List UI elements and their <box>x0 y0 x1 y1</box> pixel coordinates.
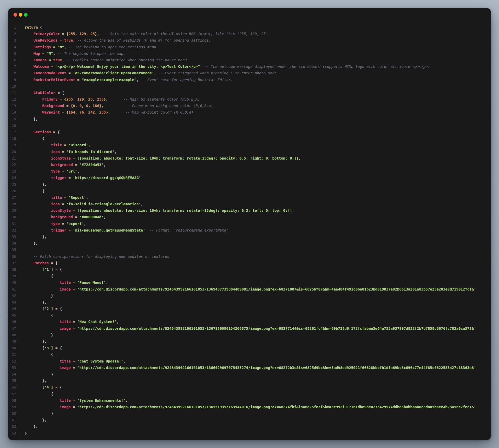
code-text: Settings = "N", -- The keybind to open t… <box>16 44 158 50</box>
code-line: 23 type = 'url', <box>8 168 491 175</box>
code-text: background = '#7289da53', <box>16 162 106 168</box>
code-line: 52 title = 'Chat System Update!', <box>8 358 491 365</box>
line-number: 22 <box>8 162 16 168</box>
code-line: 12 Primary = {255, 129, 25, 255}, -- Mai… <box>8 96 491 103</box>
code-line: 22 background = '#7289da53', <box>8 162 491 168</box>
code-line: 48 } <box>8 332 491 338</box>
line-number: 27 <box>8 194 16 201</box>
minimize-button[interactable] <box>19 13 22 17</box>
code-line: 1return { <box>8 24 491 31</box>
code-line: 19 title = 'Discord', <box>8 142 491 148</box>
code-line: 33 }, <box>8 234 491 240</box>
code-text: { <box>16 312 53 319</box>
code-text: CameraModeEvent = 'a5-cameramode:client:… <box>16 70 279 76</box>
code-text: image = 'https://cdn.discordapp.com/atta… <box>16 325 476 332</box>
code-line: 21 iconStyle = [[position: absolute; fon… <box>8 155 491 162</box>
code-line: 47 image = 'https://cdn.discordapp.com/a… <box>8 325 491 332</box>
line-number: 37 <box>8 260 16 266</box>
code-line: 2 PrimaryColor = {255, 129, 25}, -- Sets… <box>8 31 491 37</box>
line-number: 3 <box>8 37 16 44</box>
code-line: 34 }, <box>8 240 491 247</box>
line-number: 35 <box>8 247 16 253</box>
code-line: 5 Map = "M", -- The keybind to open the … <box>8 50 491 57</box>
line-number: 32 <box>8 227 16 234</box>
code-line: 15 }, <box>8 116 491 122</box>
line-number: 58 <box>8 397 16 404</box>
code-text: type = 'url', <box>16 168 80 175</box>
code-line: 31 type = 'export', <box>8 221 491 227</box>
code-line: 3 UseKeybinds = true, -- Allows the use … <box>8 37 491 44</box>
code-line: 28 icon = 'fa-solid fa-triangle-exclamat… <box>8 201 491 207</box>
code-text: } <box>16 293 53 299</box>
line-number: 11 <box>8 90 16 96</box>
code-text: return { <box>16 24 42 31</box>
line-number: 33 <box>8 234 16 240</box>
code-line: 45 { <box>8 312 491 319</box>
line-number: 55 <box>8 378 16 384</box>
line-number: 57 <box>8 391 16 397</box>
code-text: }, <box>16 240 38 247</box>
line-number: 13 <box>8 103 16 109</box>
code-line: 58 title = 'System Enhancements!', <box>8 397 491 404</box>
code-line: 36 -- Patch configurations for displayin… <box>8 253 491 260</box>
code-line: 29 iconStyle = [[position: absolute; fon… <box>8 207 491 214</box>
code-line: 11 GtaUiColor = { <box>8 90 491 96</box>
code-text: }, <box>16 299 47 306</box>
code-text: }, <box>16 423 38 430</box>
code-line: 32 trigger = 'nil-pausemenu.getPauseMenu… <box>8 227 491 234</box>
code-text: { <box>16 273 53 279</box>
code-line: 49 }, <box>8 338 491 345</box>
line-number: 38 <box>8 266 16 273</box>
code-text: icon = 'fa-solid fa-triangle-exclamation… <box>16 201 143 207</box>
code-line: 39 { <box>8 273 491 279</box>
code-line: 43 }, <box>8 299 491 306</box>
close-button[interactable] <box>14 13 17 17</box>
line-number: 7 <box>8 63 16 70</box>
line-number: 8 <box>8 70 16 76</box>
code-line: 35 <box>8 247 491 253</box>
code-text: Patches = { <box>16 260 57 266</box>
code-line: 56 ['4'] = { <box>8 384 491 391</box>
code-text: Camera = true, -- Enables camera animati… <box>16 57 189 63</box>
line-number: 63 <box>8 430 16 437</box>
code-text: } <box>16 371 53 378</box>
line-number: 23 <box>8 168 16 175</box>
code-text: }, <box>16 417 47 423</box>
code-text: } <box>16 410 53 417</box>
line-number: 44 <box>8 306 16 312</box>
code-line: 50 ['3'] = { <box>8 345 491 351</box>
code-line: 53 image = 'https://cdn.discordapp.com/a… <box>8 365 491 371</box>
code-line: 62 }, <box>8 423 491 430</box>
code-line: 38 ['1'] = { <box>8 266 491 273</box>
code-text: -- Patch configurations for displaying n… <box>16 253 169 260</box>
code-text: Primary = {255, 129, 25, 255}, -- Main U… <box>16 96 200 103</box>
code-text: }, <box>16 116 38 122</box>
code-line: 37 Patches = { <box>8 260 491 266</box>
line-number: 53 <box>8 365 16 371</box>
code-text: RockstarEditorEvent = "example:example:e… <box>16 77 233 83</box>
code-text: Background = {0, 0, 0, 186}, -- Pause me… <box>16 103 213 109</box>
code-line: 54 } <box>8 371 491 378</box>
code-text: title = 'New Chat System!', <box>16 319 119 325</box>
code-text: { <box>16 391 53 397</box>
code-line: 16 <box>8 122 491 129</box>
line-number: 50 <box>8 345 16 351</box>
code-line: 46 title = 'New Chat System!', <box>8 319 491 325</box>
code-text: trigger = 'https://discord.gg/qGQNRFMAAG… <box>16 175 141 181</box>
code-line: 57 { <box>8 391 491 397</box>
code-line: 60 } <box>8 410 491 417</box>
code-text: Waypoint = {164, 76, 242, 255}, -- Map w… <box>16 109 193 116</box>
code-text: { <box>16 188 44 194</box>
line-number: 20 <box>8 149 16 155</box>
code-line: 59 image = 'https://cdn.discordapp.com/a… <box>8 404 491 410</box>
line-number: 9 <box>8 77 16 83</box>
zoom-button[interactable] <box>24 13 28 17</box>
code-text: image = 'https://cdn.discordapp.com/atta… <box>16 365 476 371</box>
line-number: 5 <box>8 50 16 57</box>
code-text: iconStyle = [[position: absolute; font-s… <box>16 207 294 214</box>
code-text: ['4'] = { <box>16 384 62 391</box>
code-text: title = 'Chat System Update!', <box>16 358 126 365</box>
code-text: }, <box>16 181 47 188</box>
code-text: ['2'] = { <box>16 306 62 312</box>
code-text: }, <box>16 234 47 240</box>
